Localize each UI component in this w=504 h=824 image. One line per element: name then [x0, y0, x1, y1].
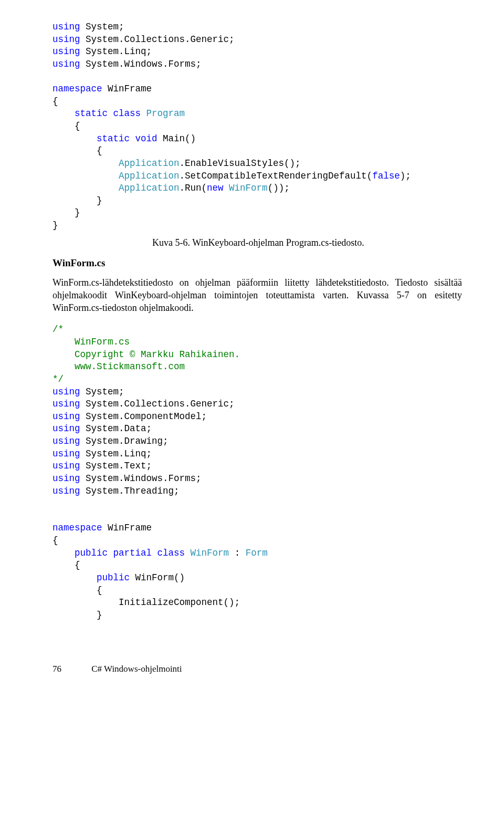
page-footer: 76 C# Windows-ohjelmointi [52, 663, 462, 675]
footer-title: C# Windows-ohjelmointi [91, 664, 182, 674]
page-number: 76 [52, 663, 89, 675]
code-block-1: using System; using System.Collections.G… [52, 21, 462, 232]
heading-winform-cs: WinForm.cs [52, 256, 462, 270]
code-block-2: /* WinForm.cs Copyright © Markku Rahikai… [52, 324, 462, 621]
figure-caption-5-6: Kuva 5-6. WinKeyboard-ohjelman Program.c… [52, 236, 462, 249]
paragraph-description: WinForm.cs-lähdetekstitiedosto on ohjelm… [52, 276, 462, 315]
